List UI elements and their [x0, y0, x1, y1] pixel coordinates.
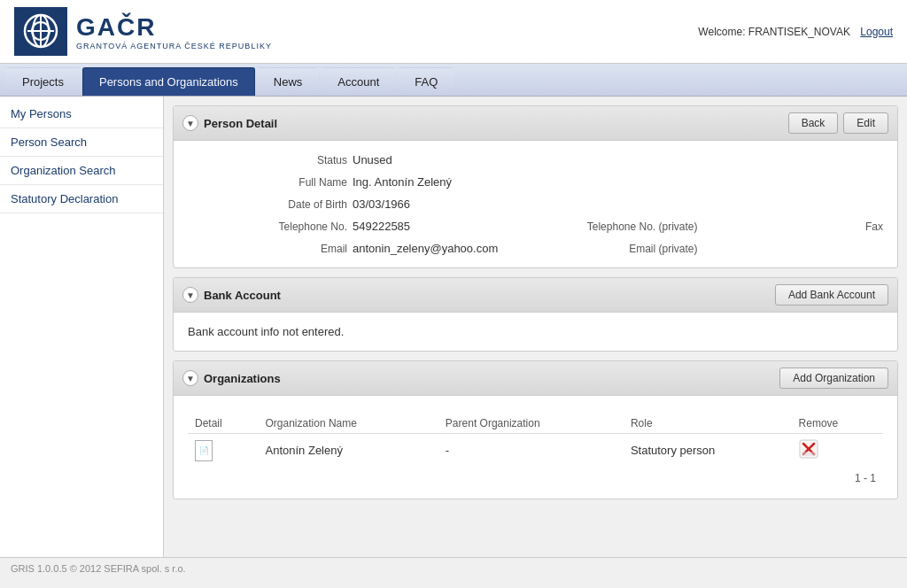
telephone-value: 549222585: [353, 220, 533, 233]
person-detail-actions: Back Edit: [788, 112, 888, 134]
footer: GRIS 1.0.0.5 © 2012 SEFIRA spol. s r.o.: [0, 557, 907, 579]
edit-button[interactable]: Edit: [843, 112, 888, 134]
logout-button[interactable]: Logout: [860, 26, 893, 38]
organizations-table: Detail Organization Name Parent Organiza…: [188, 414, 883, 467]
bank-account-panel: ▼ Bank Account Add Bank Account Bank acc…: [173, 277, 898, 352]
sidebar-item-person-search[interactable]: Person Search: [0, 128, 163, 157]
person-detail-body: Status Unused Full Name Ing. Antonín Zel…: [174, 141, 897, 267]
col-remove: Remove: [792, 414, 883, 434]
organizations-title-area: ▼ Organizations: [182, 370, 281, 386]
navigation: ProjectsPersons and OrganizationsNewsAcc…: [0, 64, 907, 97]
col-parent-org: Parent Organization: [438, 414, 624, 434]
organizations-table-header-row: Detail Organization Name Parent Organiza…: [188, 414, 883, 434]
nav-tab-persons-orgs[interactable]: Persons and Organizations: [82, 67, 255, 96]
nav-tab-account[interactable]: Account: [321, 67, 396, 96]
nav-tab-faq[interactable]: FAQ: [398, 67, 454, 96]
svg-rect-9: [802, 452, 816, 456]
organizations-panel: ▼ Organizations Add Organization Detail …: [173, 360, 898, 499]
sidebar-item-statutory-declaration[interactable]: Statutory Declaration: [0, 185, 163, 213]
nav-tab-news[interactable]: News: [257, 67, 320, 96]
email-label: Email: [188, 243, 347, 255]
doc-icon[interactable]: 📄: [195, 440, 213, 461]
content-area: ▼ Person Detail Back Edit Status Unused …: [164, 97, 907, 557]
org-role: Statutory person: [624, 434, 792, 468]
full-name-label: Full Name: [188, 176, 347, 189]
add-bank-account-button[interactable]: Add Bank Account: [775, 284, 888, 306]
logo-area: GAČR Grantová agentura České republiky: [14, 7, 272, 56]
org-name: Antonín Zelený: [259, 434, 438, 468]
telephone-label: Telephone No.: [188, 220, 347, 233]
nav-tab-projects[interactable]: Projects: [5, 67, 81, 96]
email-value: antonin_zeleny@yahoo.com: [353, 242, 533, 255]
fax-label: Fax: [703, 220, 884, 233]
person-detail-title-area: ▼ Person Detail: [182, 115, 277, 131]
organizations-header: ▼ Organizations Add Organization: [174, 361, 897, 396]
bank-account-body: Bank account info not entered.: [174, 313, 897, 351]
dob-label: Date of Birth: [188, 198, 347, 211]
logo-box: [14, 7, 67, 56]
organizations-title: Organizations: [204, 372, 281, 385]
add-organization-button[interactable]: Add Organization: [779, 368, 888, 389]
col-detail: Detail: [188, 414, 259, 434]
org-remove-cell: [792, 434, 883, 468]
person-detail-grid: Status Unused Full Name Ing. Antonín Zel…: [188, 153, 883, 255]
bank-account-collapse-icon[interactable]: ▼: [182, 287, 198, 303]
full-name-value: Ing. Antonín Zelený: [353, 175, 533, 189]
bank-account-title: Bank Account: [204, 289, 281, 302]
remove-icon[interactable]: [799, 439, 818, 459]
person-detail-collapse-icon[interactable]: ▼: [182, 115, 198, 131]
dob-value: 03/03/1966: [353, 197, 533, 211]
sidebar: My PersonsPerson SearchOrganization Sear…: [0, 97, 164, 557]
person-detail-header: ▼ Person Detail Back Edit: [174, 106, 897, 141]
table-row: 📄Antonín Zelený-Statutory person: [188, 434, 883, 468]
bank-account-title-area: ▼ Bank Account: [182, 287, 281, 303]
logo-subtitle: Grantová agentura České republiky: [76, 42, 272, 50]
logo-title: GAČR: [76, 13, 272, 42]
header: GAČR Grantová agentura České republiky W…: [0, 0, 907, 64]
status-label: Status: [188, 154, 347, 166]
person-detail-panel: ▼ Person Detail Back Edit Status Unused …: [173, 105, 898, 268]
bank-account-header: ▼ Bank Account Add Bank Account: [174, 278, 897, 313]
telephone-private-label: Telephone No. (private): [539, 220, 698, 233]
org-detail-icon-cell: 📄: [188, 434, 259, 468]
organizations-pagination: 1 - 1: [188, 467, 883, 486]
sidebar-item-my-persons[interactable]: My Persons: [0, 100, 163, 128]
main-layout: My PersonsPerson SearchOrganization Sear…: [0, 97, 907, 557]
parent-org: -: [438, 434, 624, 468]
organizations-body: Detail Organization Name Parent Organiza…: [174, 396, 897, 499]
footer-text: GRIS 1.0.0.5 © 2012 SEFIRA spol. s r.o.: [11, 563, 186, 574]
email-private-label: Email (private): [539, 243, 698, 255]
welcome-area: Welcome: FRANTISEK_NOVAK Logout: [698, 26, 893, 38]
bank-account-empty-message: Bank account info not entered.: [188, 325, 344, 338]
sidebar-item-organization-search[interactable]: Organization Search: [0, 157, 163, 185]
organizations-collapse-icon[interactable]: ▼: [182, 370, 198, 386]
person-detail-title: Person Detail: [204, 117, 277, 130]
welcome-text: Welcome: FRANTISEK_NOVAK: [698, 26, 850, 38]
back-button[interactable]: Back: [788, 112, 839, 134]
status-value: Unused: [353, 153, 533, 166]
col-org-name: Organization Name: [259, 414, 438, 434]
logo-text: GAČR Grantová agentura České republiky: [76, 13, 272, 50]
col-role: Role: [624, 414, 792, 434]
